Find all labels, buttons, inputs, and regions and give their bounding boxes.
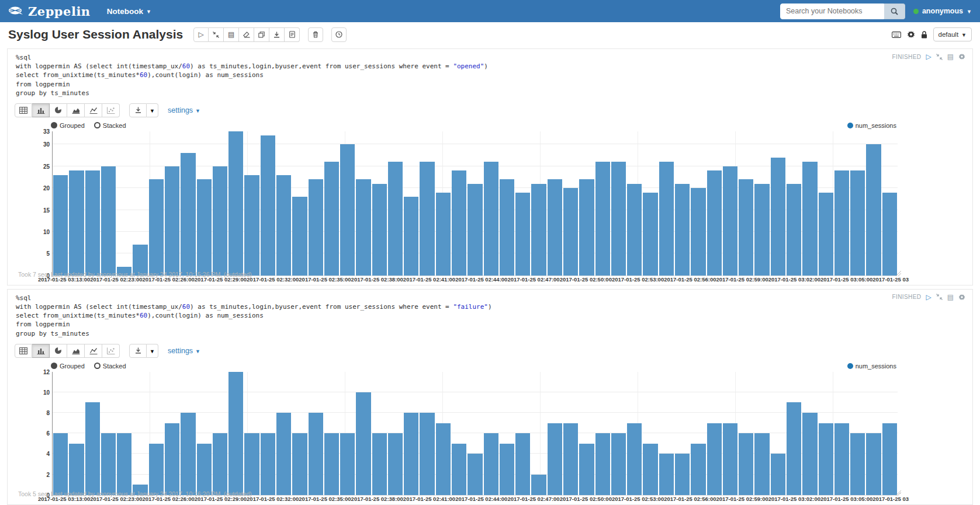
bar[interactable] [101, 166, 116, 276]
bar[interactable] [500, 444, 514, 495]
bar[interactable] [452, 444, 466, 495]
grouped-radio[interactable]: Grouped [51, 122, 85, 129]
bar[interactable] [659, 454, 674, 494]
sql-editor[interactable]: %sqlwith logpermin AS (select int(timest… [15, 52, 965, 100]
user-menu[interactable]: anonymous ▼ [913, 7, 972, 15]
pie-chart-button[interactable] [50, 103, 67, 117]
bar[interactable] [691, 444, 705, 495]
bar[interactable] [324, 162, 339, 276]
bar[interactable] [739, 433, 753, 495]
bar[interactable] [834, 423, 849, 495]
search-input[interactable] [780, 4, 884, 19]
bar[interactable] [244, 175, 259, 276]
bar[interactable] [149, 444, 164, 495]
bar[interactable] [802, 413, 817, 495]
run-paragraph-button[interactable]: ▷ [926, 293, 931, 301]
paragraph-settings-button[interactable] [958, 53, 965, 60]
bar[interactable] [484, 162, 498, 276]
bar[interactable] [69, 170, 84, 276]
bar[interactable] [181, 153, 195, 276]
bar[interactable] [69, 444, 84, 495]
download-options-button[interactable]: ▼ [147, 103, 158, 117]
interpreter-binding-button[interactable]: default ▼ [933, 27, 972, 41]
bar[interactable] [228, 131, 243, 276]
bar[interactable] [292, 197, 307, 276]
bar[interactable] [771, 158, 785, 276]
paragraph-settings-button[interactable] [958, 294, 965, 301]
bar[interactable] [531, 475, 546, 495]
bar[interactable] [515, 433, 530, 495]
bar[interactable] [420, 413, 434, 495]
bar[interactable] [691, 188, 705, 276]
bar[interactable] [595, 433, 610, 495]
bar[interactable] [213, 166, 227, 276]
note-permissions-button[interactable] [921, 31, 927, 39]
stacked-radio[interactable]: Stacked [94, 363, 126, 370]
bar[interactable] [340, 433, 355, 495]
bar[interactable] [595, 162, 610, 276]
bar[interactable] [309, 413, 323, 495]
chart-settings-toggle[interactable]: settings ▼ [168, 347, 200, 355]
bar[interactable] [372, 433, 387, 495]
version-control-button[interactable] [285, 27, 300, 42]
run-paragraph-button[interactable]: ▷ [926, 53, 931, 61]
toggle-editor-button[interactable]: ▤ [947, 53, 954, 61]
bar[interactable] [611, 162, 626, 276]
bar[interactable] [579, 444, 594, 495]
chart-resize-handle[interactable] [895, 270, 901, 276]
bar[interactable] [213, 433, 227, 495]
bar[interactable] [866, 144, 881, 276]
chart-settings-toggle[interactable]: settings ▼ [168, 106, 200, 114]
bar[interactable] [819, 423, 833, 495]
bar[interactable] [643, 444, 657, 495]
bar[interactable] [261, 135, 275, 276]
bar[interactable] [787, 184, 801, 276]
export-note-button[interactable] [269, 27, 285, 42]
scatter-chart-button[interactable] [102, 344, 120, 358]
bar[interactable] [611, 433, 626, 495]
bar[interactable] [643, 193, 657, 276]
bar[interactable] [165, 166, 179, 276]
bar[interactable] [309, 179, 323, 276]
download-data-button[interactable] [129, 344, 147, 358]
bar[interactable] [420, 162, 434, 276]
bar[interactable] [53, 433, 68, 495]
toggle-editor-button[interactable]: ▤ [947, 293, 954, 301]
show-hide-output-button[interactable]: ▤ [224, 27, 239, 42]
bar[interactable] [436, 423, 451, 495]
bar[interactable] [882, 423, 897, 495]
bar[interactable] [484, 433, 498, 495]
bar[interactable] [754, 184, 769, 276]
bar[interactable] [787, 402, 801, 494]
bar-chart-button[interactable] [32, 103, 50, 117]
bar[interactable] [197, 444, 212, 495]
bar[interactable] [165, 423, 179, 495]
run-all-button[interactable]: ▷ [193, 27, 209, 42]
clear-output-button[interactable] [239, 27, 254, 42]
bar[interactable] [515, 193, 530, 276]
area-chart-button[interactable] [67, 344, 85, 358]
bar[interactable] [531, 184, 546, 276]
bar[interactable] [85, 170, 100, 276]
bar[interactable] [404, 197, 418, 276]
notebook-menu[interactable]: Notebook ▼ [107, 7, 151, 16]
bar[interactable] [356, 179, 370, 276]
download-data-button[interactable] [129, 103, 147, 117]
bar[interactable] [340, 144, 355, 276]
expand-paragraph-button[interactable] [936, 54, 943, 60]
bar[interactable] [866, 433, 881, 495]
show-hide-code-button[interactable] [209, 27, 224, 42]
bar[interactable] [675, 454, 690, 494]
bar[interactable] [276, 175, 291, 276]
table-view-button[interactable] [15, 344, 32, 358]
table-view-button[interactable] [15, 103, 32, 117]
bar[interactable] [675, 184, 690, 276]
pie-chart-button[interactable] [50, 344, 67, 358]
line-chart-button[interactable] [85, 344, 102, 358]
bar[interactable] [101, 433, 116, 495]
run-scheduler-button[interactable] [331, 27, 347, 42]
bar[interactable] [548, 423, 562, 495]
legend-item[interactable]: num_sessions [847, 122, 896, 129]
clone-note-button[interactable] [254, 27, 269, 42]
bar[interactable] [627, 423, 642, 495]
